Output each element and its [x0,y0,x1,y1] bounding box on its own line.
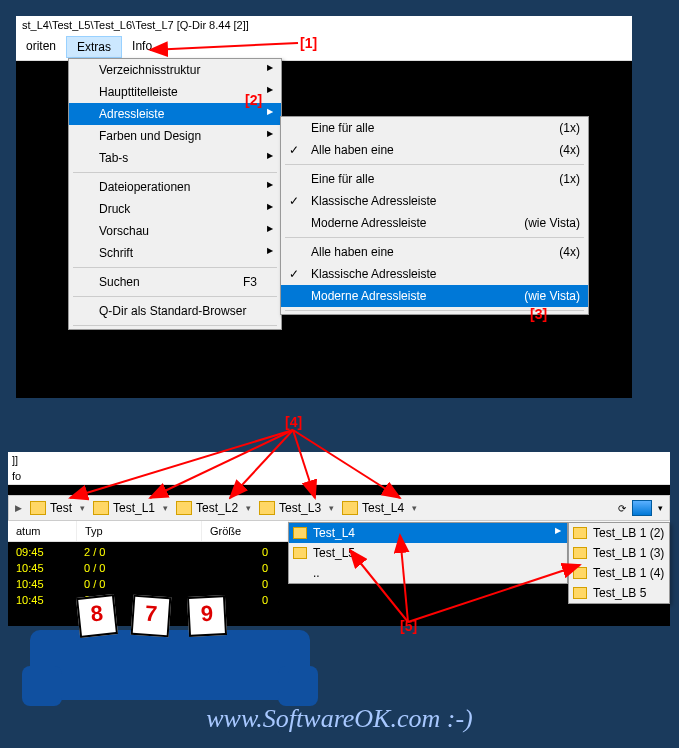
bc-item-lb5[interactable]: Test_LB 5 [569,583,669,603]
chevron-right-icon[interactable]: ▶ [11,503,26,513]
separator [285,237,584,238]
watermark: www.SoftwareOK.com :-) [0,704,679,734]
breadcrumb-seg-l2[interactable]: Test_L2 [172,497,242,519]
bc-item-testl5[interactable]: Test_L5 [289,543,567,563]
menu-titlebar[interactable]: Haupttitelleiste [69,81,281,103]
check-icon: ✓ [289,143,299,157]
decoration-card: 9 [187,595,227,637]
menu-colors[interactable]: Farben und Design [69,125,281,147]
folder-icon [176,501,192,515]
separator [285,164,584,165]
folder-icon [30,501,46,515]
sub-all-have-one-2[interactable]: Alle haben eine(4x) [281,241,588,263]
menu-default-browser[interactable]: Q-Dir als Standard-Browser [69,300,281,322]
folder-icon [342,501,358,515]
folder-icon [259,501,275,515]
breadcrumb-seg-l3[interactable]: Test_L3 [255,497,325,519]
chevron-down-icon[interactable]: ▾ [242,503,255,513]
menu-font[interactable]: Schrift [69,242,281,264]
addressbar-submenu: Eine für alle(1x) ✓Alle haben eine(4x) E… [280,116,589,315]
sub-one-for-all-1[interactable]: Eine für alle(1x) [281,117,588,139]
breadcrumb-seg-test[interactable]: Test [26,497,76,519]
sub-classic-2[interactable]: ✓Klassische Adressleiste [281,263,588,285]
separator [73,296,277,297]
menu-addressbar[interactable]: Adressleiste [69,103,281,125]
sub-modern-1[interactable]: Moderne Adressleiste(wie Vista) [281,212,588,234]
sub-classic-1[interactable]: ✓Klassische Adressleiste [281,190,588,212]
dropdown-icon[interactable]: ▾ [658,503,663,513]
bc-item-lb1-3[interactable]: Test_LB 1 (3) [569,543,669,563]
toolbar-strip [8,485,670,495]
top-screenshot-panel: st_L4\Test_L5\Test_L6\Test_L7 [Q-Dir 8.4… [16,16,632,398]
menu-print[interactable]: Druck [69,198,281,220]
folder-icon [573,527,587,539]
bottom-title: ]] [8,452,670,468]
separator [73,325,277,326]
menu-info[interactable]: Info [122,36,162,58]
breadcrumb-dropdown-1: Test_L4 Test_L5 .. [288,522,568,584]
folder-icon [573,547,587,559]
chevron-down-icon[interactable]: ▾ [76,503,89,513]
check-icon: ✓ [289,194,299,208]
bc-item-lb1-2[interactable]: Test_LB 1 (2) [569,523,669,543]
refresh-icon[interactable]: ⟳ [618,503,626,514]
breadcrumb-bar[interactable]: ▶ Test ▾ Test_L1 ▾ Test_L2 ▾ Test_L3 ▾ T… [8,495,670,521]
decoration-card: 8 [76,594,118,638]
separator [285,310,584,311]
breadcrumb-dropdown-2: Test_LB 1 (2) Test_LB 1 (3) Test_LB 1 (4… [568,522,670,604]
menu-search[interactable]: SuchenF3 [69,271,281,293]
menu-extras[interactable]: Extras [66,36,122,58]
menu-structure[interactable]: Verzeichnisstruktur [69,59,281,81]
breadcrumb-seg-l1[interactable]: Test_L1 [89,497,159,519]
col-typ[interactable]: Typ [77,521,202,541]
chevron-down-icon[interactable]: ▾ [159,503,172,513]
check-icon: ✓ [289,267,299,281]
window-title: st_L4\Test_L5\Test_L6\Test_L7 [Q-Dir 8.4… [16,16,632,34]
folder-icon [293,527,307,539]
folder-icon [573,567,587,579]
menu-fileops[interactable]: Dateioperationen [69,176,281,198]
col-datum[interactable]: atum [8,521,77,541]
view-mode-icon[interactable] [632,500,652,516]
bc-item-up[interactable]: .. [289,563,567,583]
menu-tabs[interactable]: Tab-s [69,147,281,169]
decoration-couch [30,630,310,700]
separator [73,267,277,268]
breadcrumb-seg-l4[interactable]: Test_L4 [338,497,408,519]
chevron-down-icon[interactable]: ▾ [408,503,421,513]
chevron-down-icon[interactable]: ▾ [325,503,338,513]
menubar: oriten Extras Info [16,34,632,61]
folder-icon [93,501,109,515]
menu-preview[interactable]: Vorschau [69,220,281,242]
folder-icon [293,547,307,559]
bc-item-lb1-4[interactable]: Test_LB 1 (4) [569,563,669,583]
decoration-card: 7 [131,595,172,638]
sub-modern-2[interactable]: Moderne Adressleiste(wie Vista) [281,285,588,307]
menu-favorites[interactable]: oriten [16,36,66,58]
col-groesse[interactable]: Größe [202,521,289,541]
sub-all-have-one-1[interactable]: ✓Alle haben eine(4x) [281,139,588,161]
annotation-4: [4] [285,414,302,430]
separator [73,172,277,173]
bottom-menu: fo [8,468,670,485]
sub-one-for-all-2[interactable]: Eine für alle(1x) [281,168,588,190]
folder-icon [573,587,587,599]
bc-item-testl4[interactable]: Test_L4 [289,523,567,543]
extras-dropdown: Verzeichnisstruktur Haupttitelleiste Adr… [68,58,282,330]
breadcrumb-right-controls: ⟳ ▾ [618,500,667,516]
